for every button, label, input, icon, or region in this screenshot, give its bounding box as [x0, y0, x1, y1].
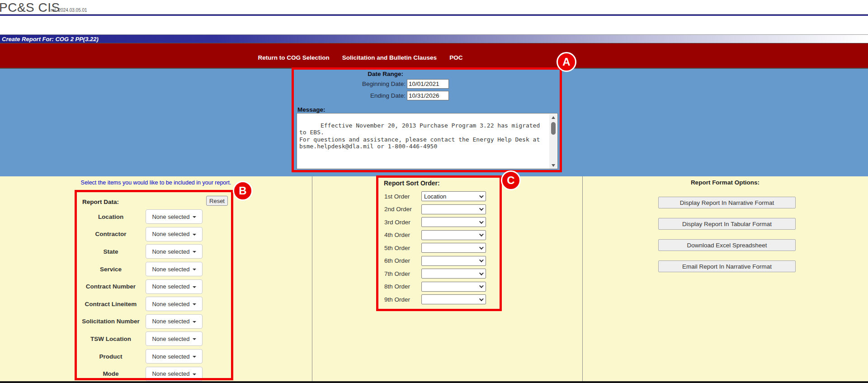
contractor-label: Contractor [77, 231, 145, 237]
service-dropdown-value: None selected [152, 266, 189, 273]
ending-date-input[interactable] [407, 91, 449, 100]
scroll-down-icon[interactable] [549, 162, 557, 169]
email-report-narrative-button[interactable]: Email Report In Narrative Format [658, 260, 796, 272]
report-data-row-contract-lineitem: Contract Lineitem None selected [77, 295, 231, 313]
nav-bar: Return to COG Selection Solicitation and… [0, 43, 868, 69]
sort-row-2: 2nd Order [378, 203, 500, 216]
sort-row-9: 9th Order [378, 293, 500, 306]
state-dropdown[interactable]: None selected [146, 244, 203, 259]
display-report-narrative-button[interactable]: Display Report In Narrative Format [658, 197, 796, 208]
sort-1-label: 1st Order [378, 193, 421, 200]
contract-number-label: Contract Number [77, 283, 145, 290]
chevron-down-icon [479, 232, 484, 236]
contract-number-dropdown-value: None selected [152, 283, 189, 290]
contractor-dropdown[interactable]: None selected [146, 227, 203, 241]
report-data-row-product: Product None selected [77, 348, 231, 365]
sort-9-select[interactable] [421, 294, 486, 304]
service-dropdown[interactable]: None selected [146, 262, 203, 276]
service-label: Service [77, 266, 145, 273]
sort-3-label: 3rd Order [378, 219, 421, 226]
ending-date-label: Ending Date: [294, 92, 407, 99]
message-scrollbar[interactable] [549, 114, 557, 169]
report-data-row-mode: Mode None selected [77, 365, 231, 383]
sort-3-select[interactable] [421, 217, 486, 227]
sort-row-8: 8th Order [378, 280, 500, 293]
contractor-dropdown-value: None selected [152, 231, 189, 237]
sort-9-label: 9th Order [378, 296, 421, 303]
report-data-row-state: State None selected [77, 243, 231, 260]
sort-4-label: 4th Order [378, 232, 421, 238]
beginning-date-input[interactable] [407, 79, 449, 89]
report-data-section: Report Data: Reset Location None selecte… [77, 192, 231, 378]
nav-link-return-to-cog-selection[interactable]: Return to COG Selection [258, 54, 330, 61]
sort-8-select[interactable] [421, 282, 486, 292]
solicitation-number-label: Solicitation Number [77, 318, 145, 325]
solicitation-number-dropdown[interactable]: None selected [146, 314, 203, 329]
nav-link-solicitation-and-bulletin-clauses[interactable]: Solicitation and Bulletin Clauses [342, 54, 437, 61]
sort-6-select[interactable] [421, 256, 486, 266]
chevron-down-icon [479, 297, 484, 301]
download-excel-spreadsheet-button[interactable]: Download Excel Spreadsheet [658, 239, 796, 251]
caret-down-icon [193, 269, 196, 270]
mode-dropdown-value: None selected [152, 370, 189, 377]
caret-down-icon [193, 374, 196, 375]
sort-8-label: 8th Order [378, 283, 421, 290]
display-report-tabular-button[interactable]: Display Report In Tabular Format [658, 218, 796, 230]
date-range-heading: Date Range: [294, 71, 407, 77]
location-dropdown[interactable]: None selected [146, 209, 203, 224]
instruction-text: Select the items you would like to be in… [0, 180, 312, 186]
sort-2-label: 2nd Order [378, 206, 421, 213]
sort-row-5: 5th Order [378, 241, 500, 255]
report-data-row-solicitation-number: Solicitation Number None selected [77, 313, 231, 331]
report-data-heading: Report Data: [82, 199, 119, 205]
sort-row-1: 1st Order Location [378, 190, 500, 203]
sort-row-6: 6th Order [378, 255, 500, 268]
state-label: State [77, 248, 145, 255]
product-label: Product [77, 353, 145, 360]
release-version: rel. 2024.03.05.01 [51, 8, 87, 13]
nav-links: Return to COG Selection Solicitation and… [258, 54, 463, 61]
beginning-date-label: Beginning Date: [294, 80, 407, 87]
sort-1-select[interactable]: Location [421, 191, 486, 201]
message-text: Effective November 20, 2013 Purchase Pro… [299, 122, 543, 150]
scroll-up-icon[interactable] [549, 114, 557, 121]
report-format-options-heading: Report Format Options: [582, 179, 868, 186]
chevron-down-icon [479, 271, 484, 275]
reset-button[interactable]: Reset [206, 196, 228, 206]
column-divider-1 [312, 176, 312, 381]
tsw-location-dropdown-value: None selected [152, 336, 189, 342]
annotation-circle-b: B [233, 181, 253, 201]
tsw-location-dropdown[interactable]: None selected [146, 331, 203, 346]
product-dropdown-value: None selected [152, 353, 189, 360]
sort-7-select[interactable] [421, 269, 486, 279]
report-data-row-location: Location None selected [77, 208, 231, 226]
header-divider [0, 14, 868, 16]
report-sort-order-section: Report Sort Order: 1st Order Location 2n… [378, 178, 500, 309]
caret-down-icon [193, 234, 196, 236]
sort-4-select[interactable] [421, 230, 486, 240]
annotation-circle-c: C [501, 170, 521, 190]
contract-lineitem-dropdown-value: None selected [152, 301, 189, 307]
sort-6-label: 6th Order [378, 257, 421, 264]
sort-7-label: 7th Order [378, 270, 421, 277]
sort-row-3: 3rd Order [378, 216, 500, 229]
message-textarea[interactable]: Effective November 20, 2013 Purchase Pro… [297, 113, 558, 169]
chevron-down-icon [479, 206, 484, 211]
report-format-buttons: Display Report In Narrative Format Displ… [658, 197, 796, 282]
page-title-bar: Create Report For: COG 2 PP(3.22) [0, 34, 868, 43]
nav-link-poc[interactable]: POC [449, 54, 462, 61]
annotation-letter-b: B [239, 184, 246, 197]
scrollbar-thumb[interactable] [551, 122, 556, 135]
state-dropdown-value: None selected [152, 248, 189, 255]
caret-down-icon [193, 216, 196, 218]
message-label: Message: [297, 106, 326, 113]
contract-number-dropdown[interactable]: None selected [146, 279, 203, 294]
mode-label: Mode [77, 370, 145, 377]
caret-down-icon [193, 338, 196, 340]
sort-2-select[interactable] [421, 204, 486, 214]
mode-dropdown[interactable]: None selected [146, 367, 203, 381]
contract-lineitem-dropdown[interactable]: None selected [146, 297, 203, 311]
product-dropdown[interactable]: None selected [146, 349, 203, 364]
caret-down-icon [193, 356, 196, 358]
sort-5-select[interactable] [421, 243, 486, 253]
